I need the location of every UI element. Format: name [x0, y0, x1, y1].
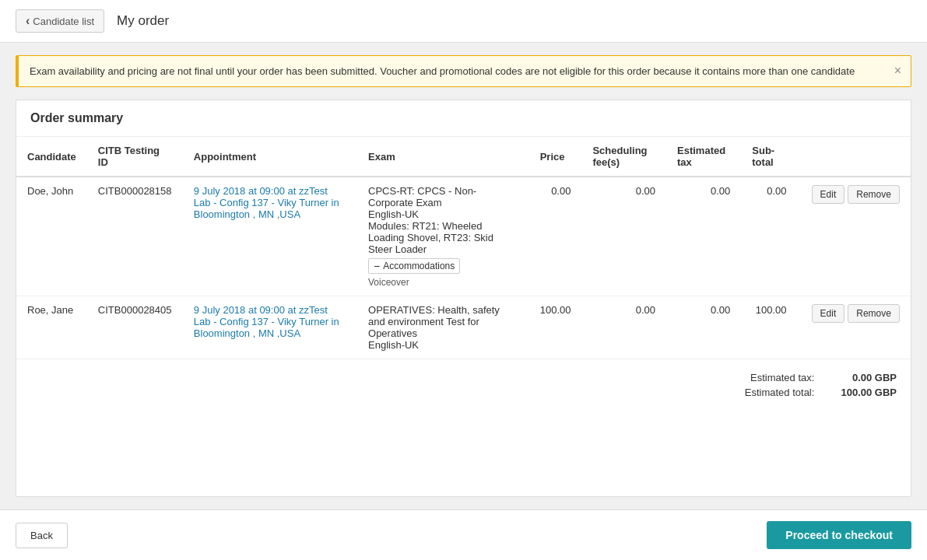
- appointment-link[interactable]: 9 July 2018 at 09:00 at zzTest Lab - Con…: [194, 185, 339, 220]
- table-row: Roe, JaneCITB0000284059 July 2018 at 09:…: [16, 296, 911, 359]
- edit-button[interactable]: Edit: [812, 304, 845, 323]
- appointment-cell: 9 July 2018 at 09:00 at zzTest Lab - Con…: [183, 296, 357, 359]
- remove-button[interactable]: Remove: [848, 185, 900, 204]
- table-row: Doe, JohnCITB0000281589 July 2018 at 09:…: [16, 177, 911, 296]
- subtotal-cell: 100.00: [741, 296, 797, 359]
- price-cell: 0.00: [529, 177, 582, 296]
- candidate-list-button[interactable]: Candidate list: [16, 9, 104, 33]
- order-summary-card: Order summary Candidate CITB Testing ID …: [16, 100, 911, 497]
- order-table: Candidate CITB Testing ID Appointment Ex…: [16, 137, 911, 359]
- actions-cell: EditRemove: [798, 296, 911, 359]
- checkout-button[interactable]: Proceed to checkout: [767, 521, 911, 549]
- exam-title: CPCS-RT: CPCS - Non-Corporate Exam: [368, 185, 518, 208]
- alert-close-button[interactable]: ×: [894, 64, 901, 78]
- back-button[interactable]: Back: [16, 523, 68, 548]
- citb-id: CITB000028405: [87, 296, 183, 359]
- col-candidate: Candidate: [16, 137, 87, 177]
- alert-banner: Exam availability and pricing are not fi…: [16, 55, 911, 87]
- exam-cell: OPERATIVES: Health, safety and environme…: [357, 296, 529, 359]
- edit-button[interactable]: Edit: [812, 185, 845, 204]
- col-scheduling: Scheduling fee(s): [581, 137, 666, 177]
- estimated-total-value: 100.00 GBP: [827, 387, 897, 398]
- col-subtotal: Sub-total: [741, 137, 797, 177]
- exam-modules: Modules: RT21: Wheeled Loading Shovel, R…: [368, 220, 518, 255]
- subtotal-cell: 0.00: [741, 177, 797, 296]
- citb-id: CITB000028158: [87, 177, 183, 296]
- actions-cell: EditRemove: [798, 177, 911, 296]
- tax-cell: 0.00: [666, 177, 741, 296]
- col-tax: Estimated tax: [666, 137, 741, 177]
- exam-title: OPERATIVES: Health, safety and environme…: [368, 304, 518, 339]
- scheduling-cell: 0.00: [581, 177, 666, 296]
- col-appointment: Appointment: [183, 137, 357, 177]
- scheduling-cell: 0.00: [581, 296, 666, 359]
- candidate-name: Roe, Jane: [16, 296, 87, 359]
- voiceover-text: Voiceover: [368, 277, 518, 288]
- estimated-tax-label: Estimated tax:: [750, 372, 814, 383]
- col-citb-id: CITB Testing ID: [87, 137, 183, 177]
- accommodations-button[interactable]: − Accommodations: [368, 258, 460, 274]
- alert-message: Exam availability and pricing are not fi…: [30, 65, 855, 77]
- exam-lang: English-UK: [368, 339, 518, 351]
- remove-button[interactable]: Remove: [848, 304, 900, 323]
- col-price: Price: [529, 137, 582, 177]
- exam-cell: CPCS-RT: CPCS - Non-Corporate ExamEnglis…: [357, 177, 529, 296]
- candidate-name: Doe, John: [16, 177, 87, 296]
- appointment-link[interactable]: 9 July 2018 at 09:00 at zzTest Lab - Con…: [194, 304, 339, 339]
- order-summary-title: Order summary: [16, 100, 911, 137]
- price-cell: 100.00: [529, 296, 582, 359]
- tax-cell: 0.00: [666, 296, 741, 359]
- page-title: My order: [117, 13, 169, 29]
- estimated-total-label: Estimated total:: [745, 387, 815, 398]
- exam-lang: English-UK: [368, 208, 518, 220]
- appointment-cell: 9 July 2018 at 09:00 at zzTest Lab - Con…: [183, 177, 357, 296]
- estimated-tax-value: 0.00 GBP: [827, 372, 897, 383]
- col-actions: [798, 137, 911, 177]
- col-exam: Exam: [357, 137, 529, 177]
- totals-section: Estimated tax: 0.00 GBP Estimated total:…: [16, 359, 911, 414]
